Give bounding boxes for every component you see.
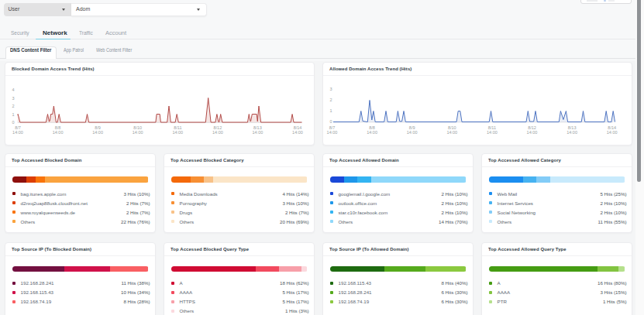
- svg-text:0: 0: [329, 119, 332, 124]
- svg-text:14:00: 14:00: [607, 130, 618, 135]
- svg-text:1: 1: [12, 112, 14, 117]
- svg-text:14:00: 14:00: [253, 130, 263, 135]
- svg-text:14:00: 14:00: [527, 130, 538, 135]
- svg-text:14:00: 14:00: [327, 130, 338, 135]
- svg-text:14:00: 14:00: [53, 130, 64, 135]
- svg-text:4: 4: [12, 87, 14, 92]
- svg-text:14:00: 14:00: [567, 130, 577, 135]
- svg-text:14:00: 14:00: [487, 130, 498, 135]
- svg-text:14:00: 14:00: [446, 130, 457, 135]
- svg-text:2: 2: [12, 104, 14, 108]
- svg-text:1: 1: [329, 108, 332, 113]
- svg-text:14:00: 14:00: [133, 130, 143, 135]
- svg-text:14:00: 14:00: [367, 130, 377, 135]
- svg-text:14:00: 14:00: [212, 130, 223, 135]
- svg-text:14:00: 14:00: [12, 130, 23, 135]
- svg-text:14:00: 14:00: [407, 130, 418, 135]
- svg-text:14:00: 14:00: [172, 130, 183, 135]
- svg-text:3: 3: [12, 96, 14, 101]
- svg-text:0: 0: [12, 120, 14, 125]
- svg-text:14:00: 14:00: [92, 130, 103, 135]
- svg-text:3: 3: [329, 87, 332, 91]
- svg-text:2: 2: [329, 98, 332, 102]
- svg-text:14:00: 14:00: [292, 130, 303, 135]
